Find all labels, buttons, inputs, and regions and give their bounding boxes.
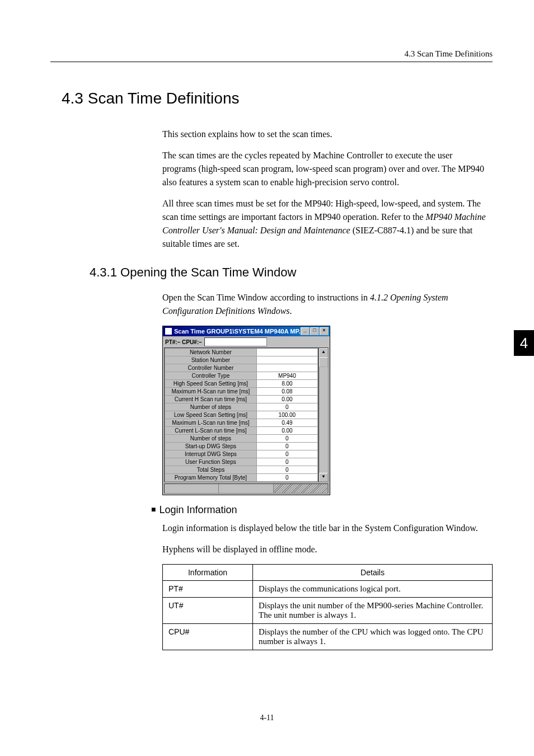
grid-label: Start-up DWG Steps bbox=[165, 443, 257, 450]
grid-row[interactable]: Total Steps0 bbox=[165, 466, 318, 474]
section-title: 4.3 Scan Time Definitions bbox=[62, 90, 493, 107]
grid-value[interactable] bbox=[256, 349, 317, 356]
grid-label: User Function Steps bbox=[165, 458, 257, 466]
grid-label: Total Steps bbox=[165, 466, 257, 474]
login-bar: PT#:– CPU#:– bbox=[163, 336, 330, 348]
parameter-grid[interactable]: Network NumberStation NumberController N… bbox=[164, 348, 318, 482]
scroll-down-arrow[interactable]: ▼ bbox=[319, 473, 328, 482]
grid-row[interactable]: Current H Scan run time [ms]0.00 bbox=[165, 396, 318, 403]
vertical-scrollbar[interactable]: ▲ ▼ bbox=[318, 348, 329, 482]
grid-value[interactable] bbox=[256, 364, 317, 372]
body-paragraph: The scan times are the cycles repeated b… bbox=[162, 149, 487, 189]
grid-value[interactable]: 0 bbox=[256, 443, 317, 450]
info-key: PT# bbox=[163, 581, 253, 598]
text-span: . bbox=[290, 306, 292, 316]
page-number: 4-11 bbox=[0, 713, 534, 722]
grid-label: Station Number bbox=[165, 356, 257, 364]
grid-value[interactable]: 8.00 bbox=[256, 380, 317, 388]
grid-label: Maximum H-Scan run time [ms] bbox=[165, 388, 257, 396]
table-row: CPU# Displays the number of the CPU whic… bbox=[163, 624, 493, 650]
body-paragraph: Login information is displayed below the… bbox=[162, 522, 487, 535]
text-span: Open the Scan Time Window according to i… bbox=[162, 293, 370, 302]
heading-text: Login Information bbox=[159, 504, 237, 515]
running-header: 4.3 Scan Time Definitions bbox=[404, 49, 493, 59]
chapter-thumb-tab: 4 bbox=[514, 330, 534, 356]
grid-row[interactable]: Controller TypeMP940 bbox=[165, 372, 318, 380]
info-detail: Displays the unit number of the MP900-se… bbox=[253, 598, 493, 624]
grid-label: Current L-Scan run time [ms] bbox=[165, 427, 257, 435]
grid-row[interactable]: Current L-Scan run time [ms]0.00 bbox=[165, 427, 318, 435]
grid-value[interactable]: 0.00 bbox=[256, 427, 317, 435]
maximize-button[interactable]: □ bbox=[310, 327, 319, 335]
login-field[interactable] bbox=[204, 337, 267, 346]
grid-value[interactable]: 0 bbox=[256, 466, 317, 474]
resize-grip[interactable] bbox=[274, 484, 328, 493]
grid-value[interactable]: 0 bbox=[256, 435, 317, 443]
window-titlebar[interactable]: Scan Time GROUP1\SYSTEM4 MP940A MP... _ … bbox=[163, 326, 330, 336]
grid-row[interactable]: User Function Steps0 bbox=[165, 458, 318, 466]
body-paragraph: Hyphens will be displayed in offline mod… bbox=[162, 543, 487, 556]
body-paragraph: This section explains how to set the sca… bbox=[162, 128, 487, 141]
scroll-track[interactable] bbox=[319, 367, 328, 473]
grid-label: Low Speed Scan Setting [ms] bbox=[165, 411, 257, 419]
body-paragraph: All three scan times must be set for the… bbox=[162, 197, 487, 251]
grid-label: Number of steps bbox=[165, 435, 257, 443]
table-header: Information bbox=[163, 565, 253, 581]
grid-label: Controller Number bbox=[165, 364, 257, 372]
scroll-thumb[interactable] bbox=[319, 357, 328, 367]
window-app-icon bbox=[165, 328, 172, 335]
grid-row[interactable]: Low Speed Scan Setting [ms]100.00 bbox=[165, 411, 318, 419]
grid-row[interactable]: High Speed Scan Setting [ms]8.00 bbox=[165, 380, 318, 388]
info-key: CPU# bbox=[163, 624, 253, 650]
table-header: Details bbox=[253, 565, 493, 581]
grid-row[interactable]: Network Number bbox=[165, 349, 318, 356]
scan-time-window: Scan Time GROUP1\SYSTEM4 MP940A MP... _ … bbox=[162, 326, 330, 495]
grid-value[interactable]: 0.08 bbox=[256, 388, 317, 396]
grid-label: Number of steps bbox=[165, 403, 257, 411]
info-detail: Displays the communications logical port… bbox=[253, 581, 493, 598]
grid-value[interactable]: MP940 bbox=[256, 372, 317, 380]
login-info-heading: ■Login Information bbox=[151, 504, 493, 516]
grid-row[interactable]: Interrupt DWG Steps0 bbox=[165, 450, 318, 458]
grid-value[interactable]: 100.00 bbox=[256, 411, 317, 419]
info-key: UT# bbox=[163, 598, 253, 624]
login-info-table: Information Details PT# Displays the com… bbox=[162, 564, 493, 650]
window-title-text: Scan Time GROUP1\SYSTEM4 MP940A MP... bbox=[174, 328, 301, 335]
grid-row[interactable]: Station Number bbox=[165, 356, 318, 364]
grid-value[interactable]: 0.49 bbox=[256, 419, 317, 427]
status-bar bbox=[164, 483, 329, 494]
bullet-square-icon: ■ bbox=[151, 505, 156, 514]
grid-row[interactable]: Number of steps0 bbox=[165, 403, 318, 411]
grid-row[interactable]: Number of steps0 bbox=[165, 435, 318, 443]
grid-label: High Speed Scan Setting [ms] bbox=[165, 380, 257, 388]
grid-value[interactable]: 0.00 bbox=[256, 396, 317, 403]
header-rule bbox=[50, 62, 493, 62]
grid-value[interactable]: 0 bbox=[256, 450, 317, 458]
table-row: PT# Displays the communications logical … bbox=[163, 581, 493, 598]
login-text: PT#:– CPU#:– bbox=[165, 339, 202, 345]
grid-value[interactable]: 0 bbox=[256, 403, 317, 411]
grid-row[interactable]: Controller Number bbox=[165, 364, 318, 372]
grid-value[interactable]: 0 bbox=[256, 474, 317, 482]
subsection-title: 4.3.1 Opening the Scan Time Window bbox=[90, 265, 493, 280]
grid-label: Network Number bbox=[165, 349, 257, 356]
grid-label: Maximum L-Scan run time [ms] bbox=[165, 419, 257, 427]
grid-label: Program Memory Total [Byte] bbox=[165, 474, 257, 482]
close-button[interactable]: × bbox=[320, 327, 329, 335]
grid-label: Controller Type bbox=[165, 372, 257, 380]
scroll-up-arrow[interactable]: ▲ bbox=[319, 348, 328, 357]
grid-row[interactable]: Maximum L-Scan run time [ms]0.49 bbox=[165, 419, 318, 427]
body-paragraph: Open the Scan Time Window according to i… bbox=[162, 291, 487, 318]
info-detail: Displays the number of the CPU which was… bbox=[253, 624, 493, 650]
minimize-button[interactable]: _ bbox=[301, 327, 310, 335]
table-row: UT# Displays the unit number of the MP90… bbox=[163, 598, 493, 624]
grid-label: Interrupt DWG Steps bbox=[165, 450, 257, 458]
grid-row[interactable]: Start-up DWG Steps0 bbox=[165, 443, 318, 450]
grid-value[interactable] bbox=[256, 356, 317, 364]
grid-label: Current H Scan run time [ms] bbox=[165, 396, 257, 403]
grid-row[interactable]: Program Memory Total [Byte]0 bbox=[165, 474, 318, 482]
grid-value[interactable]: 0 bbox=[256, 458, 317, 466]
grid-row[interactable]: Maximum H-Scan run time [ms]0.08 bbox=[165, 388, 318, 396]
